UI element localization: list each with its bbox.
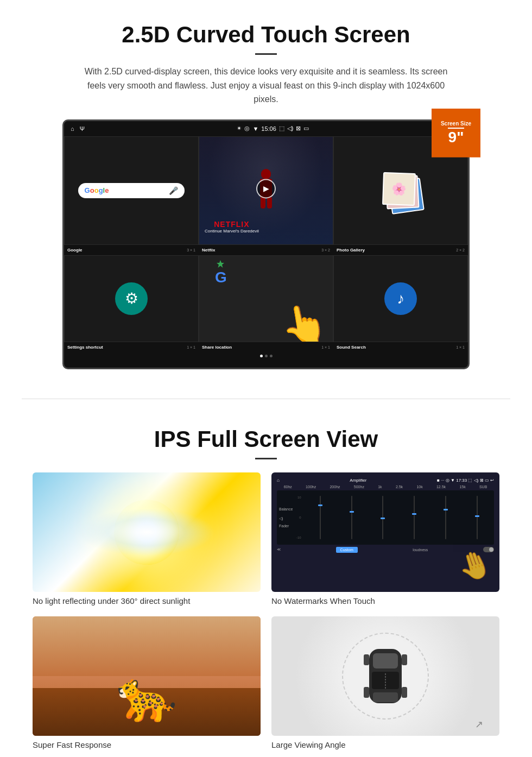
- volume-icon: ◁): [287, 125, 294, 132]
- amp-eq-section: Balance ◁) Fader 10 0 -10: [277, 490, 494, 545]
- settings-icon-wrapper: ⚙: [115, 282, 148, 315]
- app-labels-row2: Settings shortcut 1 × 1 Share location 1…: [64, 342, 468, 352]
- slider-thumb-2: [350, 511, 354, 513]
- app-cell-sound-search[interactable]: ♪: [333, 255, 468, 342]
- feature-watermark: ⌂ Amplifier ■ ··· ◎ ▼ 17:33 ⬚ ◁) ⊠ ▭ ↩ 6…: [271, 472, 499, 605]
- amp-freq-labels: 60hz100hz200hz500hz1k2.5k10k12.5k15kSUB: [277, 485, 494, 489]
- watermark-caption: No Watermarks When Touch: [271, 596, 499, 605]
- dot-3: [270, 355, 273, 357]
- custom-btn[interactable]: Custom: [336, 547, 358, 553]
- amp-title: Amplifier: [350, 478, 366, 483]
- photo-stack: 🌸: [382, 172, 420, 210]
- amplifier-image: ⌂ Amplifier ■ ··· ◎ ▼ 17:33 ⬚ ◁) ⊠ ▭ ↩ 6…: [271, 472, 499, 592]
- status-bar: ⌂ Ψ ✴ ◎ ▼ 15:06 ⬚ ◁) ⊠ ▭: [64, 121, 468, 136]
- slider-wrapper-3: [368, 496, 397, 539]
- signal-icon: ⊠: [296, 125, 301, 132]
- slider-wrapper-2: [337, 496, 366, 539]
- amp-home-icon: ⌂: [277, 478, 280, 483]
- play-button[interactable]: ▶: [256, 179, 276, 198]
- section2-divider: [255, 458, 277, 459]
- app-cell-settings[interactable]: ⚙: [64, 255, 199, 342]
- feature-fast-response: 🐆 Super Fast Response: [33, 616, 261, 749]
- label-settings-size: 1 × 1: [187, 345, 195, 349]
- mic-icon[interactable]: 🎤: [169, 186, 178, 195]
- status-left: ⌂ Ψ: [71, 125, 85, 132]
- label-settings-name: Settings shortcut: [67, 345, 103, 350]
- slider-thumb-1: [318, 504, 322, 506]
- photo-card-3: 🌸: [382, 172, 416, 206]
- slider-thumb-6: [475, 515, 479, 517]
- feature-viewing-angle: ↗ Large Viewing Angle: [271, 616, 499, 749]
- car-svg: [361, 638, 410, 714]
- features-grid: No light reflecting under 360° direct su…: [33, 472, 499, 749]
- viewing-arrow: ↗: [475, 718, 483, 730]
- screen-size-badge: Screen Size 9": [432, 109, 480, 157]
- svg-rect-7: [364, 687, 369, 698]
- bluetooth-icon: ✴: [237, 125, 242, 132]
- dd-leg-right: [267, 198, 272, 209]
- label-share-size: 1 × 1: [321, 345, 330, 349]
- svg-rect-2: [373, 653, 398, 668]
- app-cell-share-location[interactable]: G 👆: [199, 255, 333, 342]
- label-sound: Sound Search 1 × 1: [333, 344, 468, 351]
- camera-icon: ⬚: [279, 125, 284, 132]
- sunlight-caption: No light reflecting under 360° direct su…: [33, 596, 261, 605]
- svg-rect-6: [402, 654, 407, 665]
- car-image: ↗: [271, 616, 499, 736]
- music-note-icon: ♪: [397, 290, 404, 307]
- google-search-bar[interactable]: Google 🎤: [78, 183, 185, 198]
- app-row-top: Google 🎤: [64, 136, 468, 245]
- eq-sliders: 10 0 -10: [296, 493, 492, 542]
- title-divider: [255, 53, 277, 55]
- label-sound-name: Sound Search: [337, 345, 366, 350]
- section-curved-screen: 2.5D Curved Touch Screen With 2.5D curve…: [0, 0, 532, 382]
- sunlight-image: [33, 472, 261, 592]
- slider-wrapper-4: [400, 496, 429, 539]
- dd-leg-left: [261, 198, 265, 209]
- svg-rect-5: [364, 654, 369, 665]
- label-share-name: Share location: [202, 345, 232, 350]
- slider-wrapper-6: [463, 496, 492, 539]
- label-google-name: Google: [67, 248, 83, 253]
- app-cell-netflix[interactable]: ▶ NETFLIX Continue Marvel's Daredevil: [199, 136, 333, 245]
- battery-icon: ▭: [303, 125, 309, 132]
- screen-size-label: Screen Size: [441, 121, 471, 127]
- section-ips-screen: IPS Full Screen View No light reflecting…: [0, 415, 532, 757]
- app-cell-google[interactable]: Google 🎤: [64, 136, 199, 245]
- usb-icon: Ψ: [80, 125, 85, 132]
- car-circle: [342, 633, 429, 720]
- loudness-label: loudness: [413, 548, 428, 552]
- home-icon[interactable]: ⌂: [71, 125, 74, 132]
- app-row-bottom: ⚙ G 👆: [64, 255, 468, 342]
- viewing-angle-caption: Large Viewing Angle: [271, 740, 499, 749]
- slider-track-6: [477, 496, 478, 539]
- netflix-subtitle: Continue Marvel's Daredevil: [205, 229, 259, 234]
- amp-bottom-bar: ≪ Custom loudness: [277, 547, 494, 553]
- device-screen: ⌂ Ψ ✴ ◎ ▼ 15:06 ⬚ ◁) ⊠ ▭: [62, 119, 470, 369]
- label-photo-size: 2 × 2: [456, 248, 465, 252]
- slider-track: [320, 496, 321, 539]
- slider-thumb-5: [444, 509, 448, 510]
- dot-1: [260, 355, 263, 357]
- app-labels-row1: Google 3 × 1 Netflix 3 × 2 Photo Gallery…: [64, 245, 468, 255]
- screen-size-value: 9": [448, 130, 464, 145]
- scale-markers: 10 0 -10: [296, 496, 302, 539]
- label-settings: Settings shortcut 1 × 1: [64, 344, 199, 351]
- amp-status: ■ ··· ◎ ▼ 17:33 ⬚ ◁) ⊠ ▭ ↩: [437, 478, 494, 483]
- section-divider-line: [22, 399, 510, 399]
- fast-response-caption: Super Fast Response: [33, 740, 261, 749]
- amp-top-bar: ⌂ Amplifier ■ ··· ◎ ▼ 17:33 ⬚ ◁) ⊠ ▭ ↩: [277, 478, 494, 483]
- cheetah-emoji: 🐆: [116, 668, 177, 725]
- amp-back-btn: ≪: [277, 547, 281, 552]
- cheetah-image: 🐆: [33, 616, 261, 736]
- label-google-size: 3 × 1: [187, 248, 195, 252]
- google-g-icon: G: [210, 267, 232, 288]
- amp-side-labels: Balance ◁) Fader: [279, 507, 295, 528]
- page-indicator: [64, 352, 468, 359]
- sunlight-bg: [33, 472, 261, 592]
- label-google: Google 3 × 1: [64, 247, 199, 254]
- device-mockup: Screen Size 9" ⌂ Ψ ✴ ◎ ▼ 15:06 ⬚ ◁): [62, 119, 470, 369]
- gear-icon: ⚙: [125, 289, 138, 307]
- slider-wrapper-5: [431, 496, 460, 539]
- slider-track-2: [351, 496, 352, 539]
